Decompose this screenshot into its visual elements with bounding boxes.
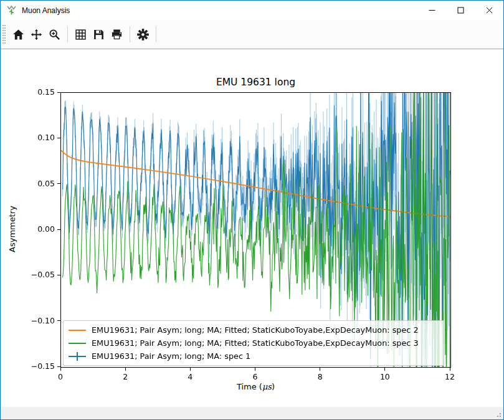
gear-icon (137, 29, 149, 41)
legend: EMU19631; Pair Asym; long; MA; Fitted; S… (63, 320, 444, 366)
resize-grip[interactable] (495, 411, 502, 418)
x-tick-label: 2 (114, 372, 136, 381)
line-marker-icon (69, 326, 86, 335)
y-tick-mark (57, 366, 60, 367)
x-axis-label: Time (μs) (60, 382, 451, 391)
x-tick-mark (190, 368, 191, 371)
x-tick-mark (255, 368, 255, 371)
legend-label: EMU19631; Pair Asym; long; MA: spec 1 (92, 351, 250, 361)
x-tick-label: 12 (439, 372, 461, 381)
pan-button[interactable] (28, 26, 45, 43)
x-tick-mark (60, 368, 61, 371)
x-tick-label: 10 (374, 372, 396, 381)
y-tick-label: 0.10 (27, 133, 55, 142)
y-axis-label: Asymmetry (7, 179, 17, 279)
line-marker-icon (69, 339, 86, 348)
y-tick-label: 0.00 (27, 224, 55, 234)
y-tick-label: 0.05 (27, 179, 55, 188)
toolbar-drag-handle[interactable] (2, 25, 6, 44)
y-tick-mark (57, 229, 60, 230)
save-icon (93, 29, 105, 41)
minimize-icon (429, 7, 435, 14)
legend-row: EMU19631; Pair Asym; long; MA; Fitted; S… (69, 336, 439, 350)
close-icon (486, 7, 493, 14)
y-tick-label: −0.10 (27, 316, 55, 325)
save-button[interactable] (90, 26, 107, 43)
subplots-button[interactable] (72, 26, 89, 43)
print-button[interactable] (108, 26, 125, 43)
maximize-icon (457, 7, 464, 14)
plot-title: EMU 19631 long (60, 77, 451, 88)
plot-axes[interactable]: EMU19631; Pair Asym; long; MA; Fitted; S… (60, 92, 451, 368)
y-tick-label: −0.05 (27, 270, 55, 279)
x-tick-label: 4 (179, 372, 201, 381)
toolbar-separator (130, 26, 130, 42)
home-icon (12, 29, 24, 41)
figure-area: EMU 19631 long Asymmetry Time (μs) EMU19… (1, 49, 503, 407)
y-tick-mark (57, 320, 60, 321)
zoom-button[interactable] (46, 26, 63, 43)
window-title: Muon Analysis (22, 6, 70, 15)
x-tick-label: 8 (309, 372, 331, 381)
errorbar-marker-icon (69, 352, 86, 361)
x-tick-mark (320, 368, 320, 371)
legend-row: EMU19631; Pair Asym; long; MA: spec 1 (69, 350, 439, 363)
matplotlib-toolbar (1, 20, 503, 49)
legend-row: EMU19631; Pair Asym; long; MA; Fitted; S… (69, 323, 439, 336)
x-tick-mark (450, 368, 450, 371)
legend-label: EMU19631; Pair Asym; long; MA; Fitted; S… (92, 338, 419, 348)
settings-button[interactable] (135, 26, 151, 43)
titlebar[interactable]: Muon Analysis (1, 1, 503, 20)
y-tick-mark (57, 183, 60, 184)
statusbar (1, 407, 503, 419)
y-tick-mark (57, 275, 60, 275)
x-tick-mark (125, 368, 126, 371)
pan-icon (31, 29, 42, 41)
maximize-button[interactable] (446, 1, 475, 20)
y-tick-mark (57, 92, 60, 93)
x-tick-mark (384, 368, 385, 371)
toolbar-separator (156, 26, 156, 42)
home-button[interactable] (10, 26, 27, 43)
zoom-icon (49, 29, 60, 41)
y-tick-label: −0.15 (27, 361, 55, 371)
minimize-button[interactable] (417, 1, 446, 20)
y-tick-mark (57, 138, 60, 138)
print-icon (111, 29, 123, 41)
y-tick-label: 0.15 (27, 87, 55, 97)
grid-icon (75, 29, 87, 41)
close-button[interactable] (475, 1, 503, 20)
toolbar-separator (67, 26, 68, 42)
x-tick-label: 0 (49, 372, 72, 381)
legend-label: EMU19631; Pair Asym; long; MA; Fitted; S… (92, 325, 419, 335)
x-tick-label: 6 (244, 372, 267, 381)
muon-analysis-window: Muon Analysis (0, 0, 504, 420)
app-icon (6, 5, 17, 16)
